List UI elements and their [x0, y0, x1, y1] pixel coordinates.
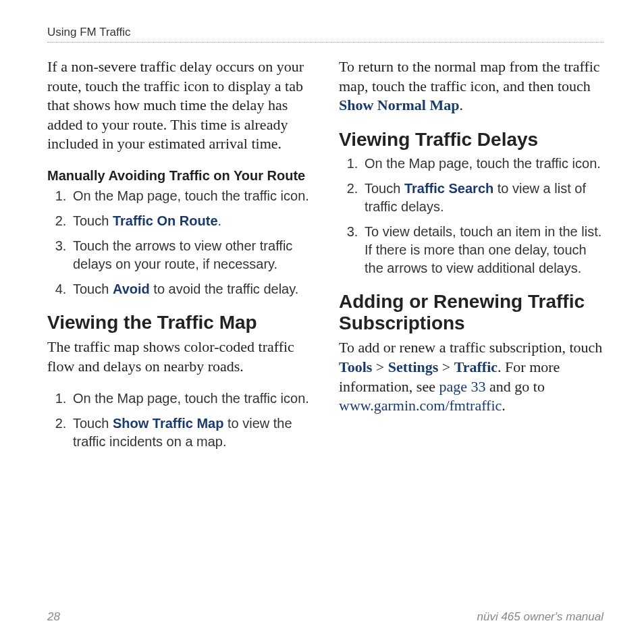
- ui-label-traffic: Traffic: [454, 358, 498, 375]
- para-text: .: [502, 397, 506, 414]
- ui-label-show-normal-map: Show Normal Map: [339, 97, 459, 113]
- list-item: To view details, touch an item in the li…: [362, 223, 603, 277]
- ui-label-traffic-search: Traffic Search: [404, 181, 493, 196]
- manual-title: nüvi 465 owner's manual: [477, 610, 603, 624]
- viewing-traffic-map-steps: On the Map page, touch the traffic icon.…: [47, 390, 312, 451]
- ui-label-traffic-on-route: Traffic On Route: [113, 213, 218, 228]
- list-item: On the Map page, touch the traffic icon.: [362, 155, 603, 173]
- para-text: To add or renew a traffic subscription, …: [339, 339, 602, 356]
- running-head: Using FM Traffic: [47, 26, 603, 43]
- manual-avoid-steps: On the Map page, touch the traffic icon.…: [47, 187, 312, 298]
- list-item: Touch Traffic On Route.: [70, 212, 312, 230]
- ui-label-show-traffic-map: Show Traffic Map: [113, 416, 223, 431]
- list-item: Touch the arrows to view other traffic d…: [70, 237, 312, 273]
- step-text: Touch: [73, 213, 113, 228]
- manual-page: Using FM Traffic If a non-severe traffic…: [0, 0, 644, 644]
- external-url-link[interactable]: www.garmin.com/fmtraffic: [339, 397, 502, 414]
- page-footer: 28 nüvi 465 owner's manual: [47, 610, 603, 624]
- right-column: To return to the normal map from the tra…: [339, 57, 603, 597]
- breadcrumb-separator: >: [438, 358, 454, 375]
- list-item: Touch Show Traffic Map to view the traff…: [70, 414, 312, 451]
- list-item: On the Map page, touch the traffic icon.: [70, 390, 312, 408]
- manual-avoid-heading: Manually Avoiding Traffic on Your Route: [47, 167, 312, 184]
- list-item: Touch Avoid to avoid the traffic delay.: [70, 280, 312, 298]
- page-number: 28: [47, 610, 60, 624]
- subscriptions-heading: Adding or Renewing Traffic Subscriptions: [339, 291, 603, 334]
- para-text: and go to: [486, 378, 545, 395]
- ui-label-tools: Tools: [339, 358, 372, 375]
- list-item: Touch Traffic Search to view a list of t…: [362, 180, 603, 216]
- subscriptions-para: To add or renew a traffic subscription, …: [339, 338, 603, 415]
- intro-paragraph: If a non-severe traffic delay occurs on …: [47, 57, 312, 154]
- step-text: to avoid the traffic delay.: [150, 281, 299, 296]
- content-columns: If a non-severe traffic delay occurs on …: [47, 57, 603, 597]
- viewing-traffic-map-intro: The traffic map shows color-coded traffi…: [47, 338, 312, 376]
- step-text: Touch: [73, 416, 113, 431]
- ui-label-settings: Settings: [388, 358, 439, 375]
- ui-label-avoid: Avoid: [113, 281, 150, 296]
- viewing-traffic-map-heading: Viewing the Traffic Map: [47, 312, 312, 333]
- breadcrumb-separator: >: [372, 358, 387, 375]
- page-reference-link[interactable]: page 33: [439, 378, 485, 395]
- left-column: If a non-severe traffic delay occurs on …: [47, 57, 312, 597]
- para-text: .: [459, 97, 463, 113]
- step-text: Touch: [73, 281, 113, 296]
- viewing-traffic-delays-heading: Viewing Traffic Delays: [339, 129, 603, 151]
- step-text: .: [218, 213, 222, 228]
- return-normal-map-para: To return to the normal map from the tra…: [339, 57, 603, 115]
- list-item: On the Map page, touch the traffic icon.: [70, 187, 312, 205]
- step-text: Touch: [365, 181, 404, 196]
- para-text: To return to the normal map from the tra…: [339, 58, 600, 95]
- viewing-traffic-delays-steps: On the Map page, touch the traffic icon.…: [339, 155, 603, 277]
